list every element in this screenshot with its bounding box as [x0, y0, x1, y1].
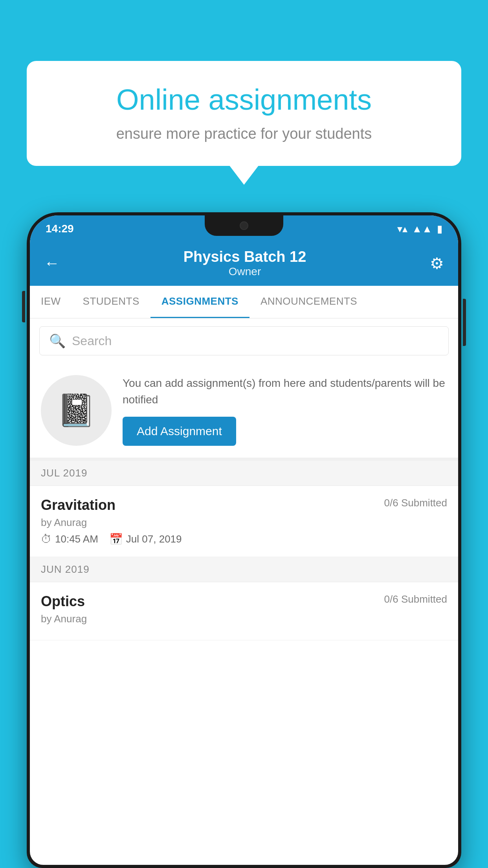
battery-icon: ▮	[437, 223, 442, 235]
assignment-submitted: 0/6 Submitted	[384, 497, 447, 509]
wifi-icon: ▾▴	[397, 223, 407, 235]
promo-text: You can add assignment(s) from here and …	[123, 375, 447, 408]
month-header-jul: JUL 2019	[30, 461, 458, 486]
tab-iew[interactable]: IEW	[30, 286, 72, 318]
search-container: 🔍 Search	[30, 318, 458, 363]
header-subtitle: Owner	[60, 265, 430, 278]
bubble-subtitle: ensure more practice for your students	[50, 125, 438, 142]
header-title-section: Physics Batch 12 Owner	[60, 248, 430, 278]
assignment-top-row: Gravitation 0/6 Submitted	[41, 497, 447, 513]
clock-icon: ⏱	[41, 533, 52, 546]
notebook-icon: 📓	[57, 392, 96, 429]
search-placeholder: Search	[72, 334, 112, 348]
front-camera	[240, 221, 248, 230]
status-icons: ▾▴ ▲▲ ▮	[397, 223, 442, 235]
assignment-top-row-optics: Optics 0/6 Submitted	[41, 593, 447, 610]
tabs-bar: IEW STUDENTS ASSIGNMENTS ANNOUNCEMENTS	[30, 286, 458, 318]
assignment-title-optics: Optics	[41, 593, 85, 610]
status-time: 14:29	[46, 223, 74, 235]
assignment-date: 📅 Jul 07, 2019	[109, 533, 182, 546]
signal-icon: ▲▲	[412, 223, 432, 235]
search-icon: 🔍	[49, 333, 66, 349]
assignment-item-optics[interactable]: Optics 0/6 Submitted by Anurag	[30, 582, 458, 640]
assignment-time: ⏱ 10:45 AM	[41, 533, 98, 546]
speech-bubble: Online assignments ensure more practice …	[27, 61, 461, 166]
assignment-meta: ⏱ 10:45 AM 📅 Jul 07, 2019	[41, 533, 447, 546]
tab-assignments[interactable]: ASSIGNMENTS	[150, 286, 250, 318]
calendar-icon: 📅	[109, 533, 123, 546]
back-button[interactable]: ←	[44, 254, 60, 272]
add-assignment-button[interactable]: Add Assignment	[123, 417, 236, 446]
phone-notch	[205, 215, 283, 236]
assignment-by: by Anurag	[41, 517, 447, 529]
promo-content: You can add assignment(s) from here and …	[123, 375, 447, 446]
tab-announcements[interactable]: ANNOUNCEMENTS	[250, 286, 368, 318]
tab-students[interactable]: STUDENTS	[72, 286, 150, 318]
assignment-submitted-optics: 0/6 Submitted	[384, 593, 447, 605]
power-button	[463, 299, 466, 346]
promo-icon-circle: 📓	[41, 375, 112, 446]
speech-bubble-container: Online assignments ensure more practice …	[27, 61, 461, 166]
assignment-by-optics: by Anurag	[41, 613, 447, 625]
search-bar[interactable]: 🔍 Search	[39, 326, 449, 355]
header-title: Physics Batch 12	[60, 248, 430, 265]
phone-frame: 14:29 ▾▴ ▲▲ ▮ ← Physics Batch 12 Owner ⚙…	[27, 212, 461, 868]
bubble-title: Online assignments	[50, 83, 438, 118]
settings-icon[interactable]: ⚙	[430, 254, 444, 272]
volume-button	[22, 291, 25, 322]
assignment-title: Gravitation	[41, 497, 116, 513]
add-assignment-promo: 📓 You can add assignment(s) from here an…	[30, 363, 458, 461]
phone-screen: 14:29 ▾▴ ▲▲ ▮ ← Physics Batch 12 Owner ⚙…	[30, 215, 458, 865]
month-header-jun: JUN 2019	[30, 557, 458, 582]
assignment-item-gravitation[interactable]: Gravitation 0/6 Submitted by Anurag ⏱ 10…	[30, 486, 458, 557]
app-header: ← Physics Batch 12 Owner ⚙	[30, 242, 458, 286]
